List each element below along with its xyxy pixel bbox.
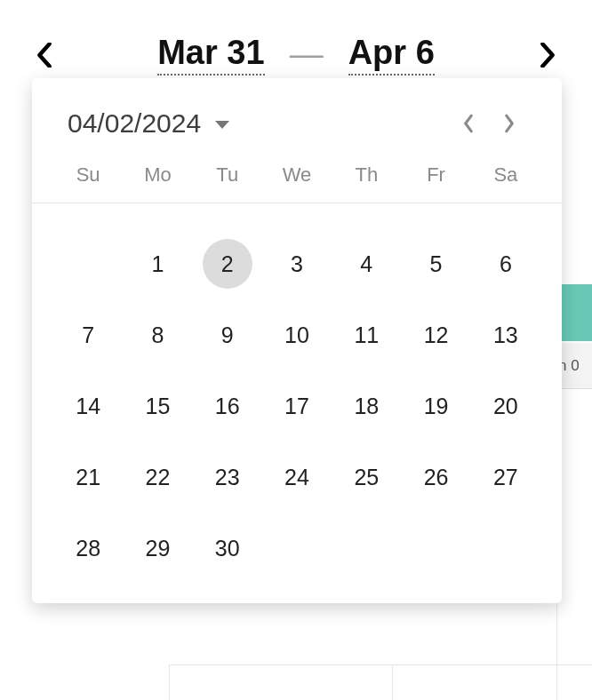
day-6[interactable]: 6 — [481, 239, 531, 289]
day-16[interactable]: 16 — [203, 381, 252, 431]
day-11[interactable]: 11 — [341, 310, 391, 360]
caret-down-icon — [215, 121, 229, 129]
datepicker-header: 04/02/2024 — [32, 78, 562, 163]
calendar-column-border — [556, 391, 592, 700]
weekday-label: Th — [332, 163, 401, 187]
weekday-label: Su — [53, 163, 123, 187]
date-range-header: Mar 31 — Apr 6 — [0, 0, 592, 76]
weekday-label: Sa — [471, 163, 540, 187]
range-end[interactable]: Apr 6 — [348, 34, 435, 76]
day-13[interactable]: 13 — [481, 310, 531, 360]
day-20[interactable]: 20 — [481, 381, 531, 431]
day-21[interactable]: 21 — [63, 452, 113, 502]
weekday-label: Tu — [193, 163, 262, 187]
day-19[interactable]: 19 — [412, 381, 461, 431]
day-29[interactable]: 29 — [132, 523, 182, 573]
day-17[interactable]: 17 — [272, 381, 322, 431]
next-month-button[interactable] — [489, 103, 530, 144]
day-18[interactable]: 18 — [341, 381, 391, 431]
day-1[interactable]: 1 — [132, 239, 182, 289]
selected-date-dropdown[interactable]: 04/02/2024 — [68, 108, 229, 139]
day-8[interactable]: 8 — [132, 310, 182, 360]
day-4[interactable]: 4 — [341, 239, 391, 289]
calendar-event-teal[interactable] — [556, 284, 592, 341]
day-25[interactable]: 25 — [341, 452, 391, 502]
weekday-label: Fr — [401, 163, 470, 187]
next-week-button[interactable] — [532, 39, 564, 71]
weekday-label: Mo — [123, 163, 192, 187]
day-23[interactable]: 23 — [203, 452, 252, 502]
day-grid: 1234567891011121314151617181920212223242… — [32, 203, 562, 603]
selected-date-label: 04/02/2024 — [68, 108, 201, 139]
datepicker-panel: 04/02/2024 SuMoTuWeThFrSa 12345678910111… — [32, 78, 562, 603]
day-22[interactable]: 22 — [132, 452, 182, 502]
day-12[interactable]: 12 — [412, 310, 461, 360]
weekday-row: SuMoTuWeThFrSa — [32, 163, 562, 203]
day-30[interactable]: 30 — [203, 523, 252, 573]
day-empty — [63, 239, 113, 289]
day-28[interactable]: 28 — [63, 523, 113, 573]
day-9[interactable]: 9 — [203, 310, 252, 360]
calendar-bottom-grid — [169, 664, 592, 700]
date-range: Mar 31 — Apr 6 — [60, 34, 532, 76]
weekday-label: We — [262, 163, 332, 187]
day-10[interactable]: 10 — [272, 310, 322, 360]
day-14[interactable]: 14 — [63, 381, 113, 431]
day-3[interactable]: 3 — [272, 239, 322, 289]
day-5[interactable]: 5 — [412, 239, 461, 289]
range-start[interactable]: Mar 31 — [157, 34, 264, 76]
day-2[interactable]: 2 — [203, 239, 252, 289]
day-7[interactable]: 7 — [63, 310, 113, 360]
day-24[interactable]: 24 — [272, 452, 322, 502]
day-26[interactable]: 26 — [412, 452, 461, 502]
calendar-time-strip: n 0 — [556, 343, 592, 389]
day-27[interactable]: 27 — [481, 452, 531, 502]
day-15[interactable]: 15 — [132, 381, 182, 431]
prev-month-button[interactable] — [448, 103, 489, 144]
prev-week-button[interactable] — [28, 39, 60, 71]
range-dash: — — [290, 36, 324, 74]
